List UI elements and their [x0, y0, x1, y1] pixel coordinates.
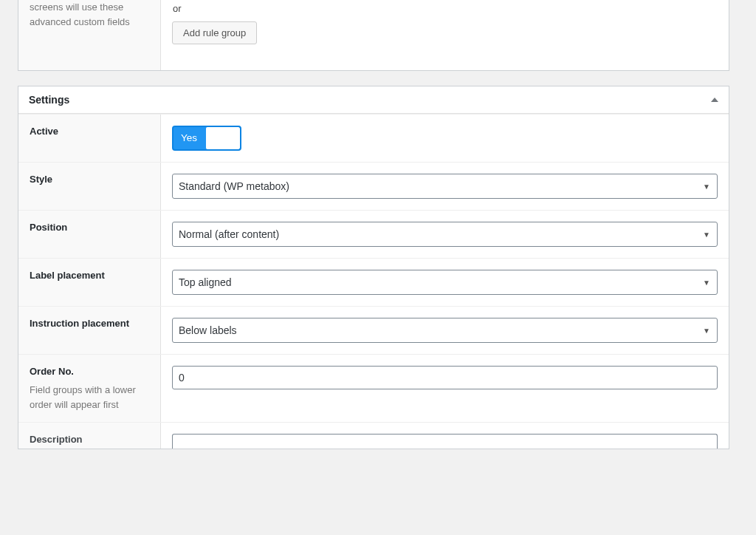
label-placement-select[interactable]: Top aligned — [172, 270, 718, 295]
settings-panel-header[interactable]: Settings — [18, 86, 729, 114]
location-rules-panel: screens will use these advanced custom f… — [18, 0, 729, 71]
position-select[interactable]: Normal (after content) — [172, 222, 718, 247]
description-label: Description — [30, 433, 151, 446]
settings-row-active: Active Yes — [18, 114, 729, 162]
settings-row-label-placement: Label placement Top aligned — [18, 258, 729, 306]
settings-panel: Settings Active Yes Style Standard (WP m… — [18, 86, 729, 449]
settings-panel-title: Settings — [29, 94, 69, 106]
order-no-label: Order No. — [30, 365, 151, 378]
add-rule-group-button[interactable]: Add rule group — [172, 21, 257, 44]
settings-row-order-no: Order No. Field groups with a lower orde… — [18, 354, 729, 422]
settings-row-style: Style Standard (WP metabox) — [18, 162, 729, 210]
style-label: Style — [30, 173, 151, 186]
settings-row-position: Position Normal (after content) — [18, 210, 729, 258]
location-rules-description: screens will use these advanced custom f… — [30, 1, 130, 27]
active-toggle-on-text: Yes — [173, 127, 206, 149]
settings-row-description: Description — [18, 422, 729, 449]
location-rules-body: or Add rule group — [161, 0, 729, 70]
rule-group-or-label: or — [173, 3, 718, 14]
label-placement-label: Label placement — [30, 269, 151, 282]
style-select[interactable]: Standard (WP metabox) — [172, 174, 718, 199]
order-no-description: Field groups with a lower order will app… — [30, 383, 151, 412]
instruction-placement-select[interactable]: Below labels — [172, 318, 718, 343]
location-rules-sidebar: screens will use these advanced custom f… — [18, 0, 161, 70]
collapse-icon — [711, 98, 718, 102]
order-no-input[interactable] — [172, 366, 718, 389]
settings-row-instruction-placement: Instruction placement Below labels — [18, 306, 729, 354]
position-label: Position — [30, 221, 151, 234]
active-toggle[interactable]: Yes — [172, 126, 241, 151]
active-label: Active — [30, 125, 151, 138]
description-input[interactable] — [172, 434, 718, 449]
active-toggle-knob — [206, 127, 240, 149]
instruction-placement-label: Instruction placement — [30, 317, 151, 330]
